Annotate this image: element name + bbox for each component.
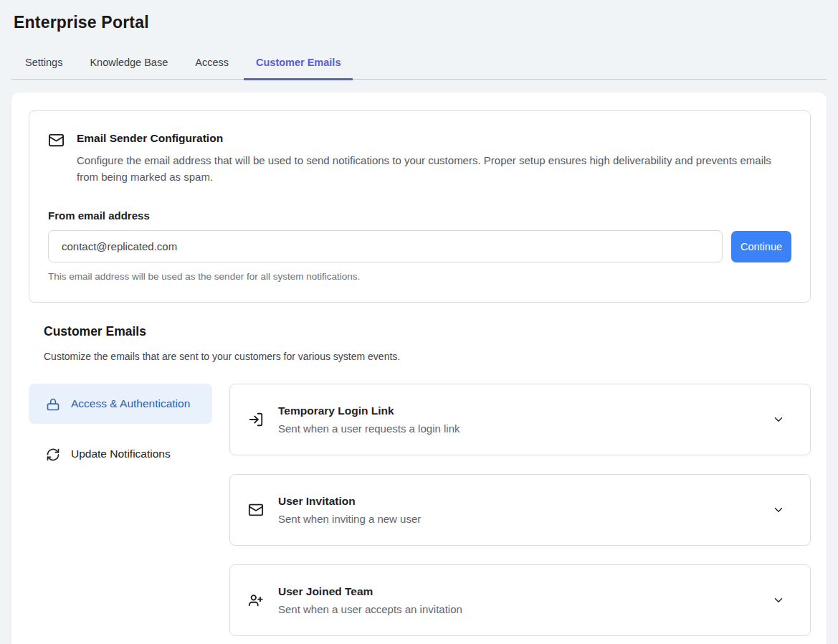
- chevron-down-icon[interactable]: [772, 503, 785, 516]
- mail-icon: [248, 502, 264, 518]
- email-card-texts: User Invitation Sent when inviting a new…: [272, 495, 763, 525]
- email-category-list: Access & Authentication Update Notificat…: [29, 384, 212, 636]
- page-title: Enterprise Portal: [11, 13, 827, 32]
- email-card-title: Temporary Login Link: [278, 404, 763, 417]
- email-input-row: Continue: [48, 230, 791, 262]
- config-card-header: Email Sender Configuration Configure the…: [48, 131, 791, 185]
- config-description: Configure the email address that will be…: [77, 152, 776, 186]
- tab-knowledge-base[interactable]: Knowledge Base: [76, 49, 181, 79]
- tab-access[interactable]: Access: [181, 49, 242, 79]
- email-card-subtitle: Sent when a user accepts an invitation: [278, 603, 763, 615]
- email-card-texts: Temporary Login Link Sent when a user re…: [272, 404, 763, 435]
- email-card-texts: User Joined Team Sent when a user accept…: [272, 585, 763, 615]
- config-card-texts: Email Sender Configuration Configure the…: [77, 131, 776, 185]
- chevron-down-icon[interactable]: [772, 413, 785, 426]
- email-card-user-joined-team[interactable]: User Joined Team Sent when a user accept…: [229, 564, 811, 636]
- category-update-notifications[interactable]: Update Notifications: [29, 434, 212, 473]
- category-access-authentication[interactable]: Access & Authentication: [29, 384, 212, 423]
- lock-icon: [46, 397, 60, 412]
- customer-emails-heading: Customer Emails: [29, 324, 811, 339]
- email-card-user-invitation[interactable]: User Invitation Sent when inviting a new…: [229, 474, 811, 546]
- email-helper-text: This email address will be used as the s…: [48, 271, 791, 282]
- email-card-title: User Joined Team: [278, 585, 763, 598]
- from-email-label: From email address: [48, 209, 791, 222]
- tab-customer-emails[interactable]: Customer Emails: [242, 49, 354, 79]
- email-card-subtitle: Sent when inviting a new user: [278, 513, 763, 525]
- from-email-input[interactable]: [48, 230, 723, 262]
- category-label: Update Notifications: [71, 445, 171, 462]
- category-label: Access & Authentication: [71, 395, 190, 412]
- tab-bar: Settings Knowledge Base Access Customer …: [11, 49, 827, 80]
- email-template-list: Temporary Login Link Sent when a user re…: [229, 384, 811, 636]
- email-card-temporary-login-link[interactable]: Temporary Login Link Sent when a user re…: [229, 384, 811, 455]
- email-sender-configuration-card: Email Sender Configuration Configure the…: [29, 110, 811, 303]
- refresh-icon: [46, 448, 60, 462]
- login-icon: [248, 412, 264, 427]
- email-card-subtitle: Sent when a user requests a login link: [278, 422, 763, 435]
- continue-button[interactable]: Continue: [731, 231, 791, 262]
- config-title: Email Sender Configuration: [77, 131, 776, 146]
- user-plus-icon: [248, 592, 264, 608]
- customer-emails-layout: Access & Authentication Update Notificat…: [29, 384, 811, 636]
- customer-emails-description: Customize the emails that are sent to yo…: [29, 351, 811, 362]
- email-card-title: User Invitation: [278, 495, 763, 508]
- chevron-down-icon[interactable]: [772, 594, 785, 607]
- main-panel: Email Sender Configuration Configure the…: [11, 93, 827, 644]
- mail-icon: [48, 132, 65, 148]
- tab-settings[interactable]: Settings: [11, 49, 76, 79]
- page: Enterprise Portal Settings Knowledge Bas…: [0, 0, 838, 644]
